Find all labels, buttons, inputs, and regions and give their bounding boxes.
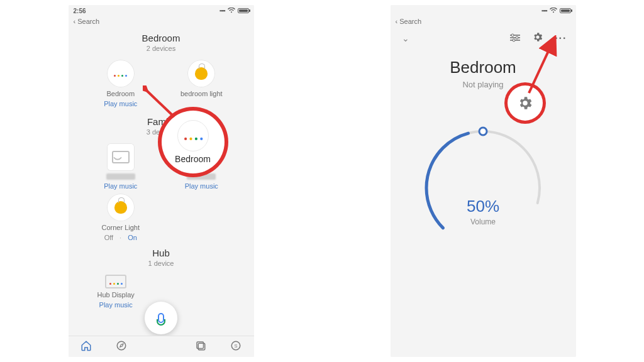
hub-display-icon [105, 275, 126, 288]
blurred-label [106, 173, 135, 180]
svg-point-0 [118, 341, 126, 350]
device-label: bedroom light [180, 90, 223, 97]
play-music-link[interactable]: Play music [99, 301, 133, 309]
volume-dial[interactable]: 50% Volume [417, 122, 549, 254]
status-bar: ▪▪▪▪ [391, 5, 576, 16]
nav-home-icon[interactable] [80, 340, 92, 354]
breadcrumb-back[interactable]: ‹ Search [69, 16, 254, 26]
device-label: Hub Display [97, 291, 135, 299]
cast-icon [107, 143, 135, 171]
toggle-sep: · [119, 234, 121, 241]
device-label: Corner Light [101, 224, 140, 231]
google-home-mini-icon [107, 60, 135, 87]
room-title: Hub [69, 248, 254, 258]
device-corner-light[interactable]: Corner Light Off · On [84, 194, 158, 241]
device-cast-1[interactable]: Play music [84, 143, 158, 190]
room-title: Bedroom [69, 33, 254, 43]
breadcrumb-back[interactable]: ‹ Search [391, 16, 576, 26]
svg-point-9 [417, 122, 549, 254]
svg-line-12 [529, 39, 554, 93]
svg-line-5 [145, 89, 174, 117]
battery-icon [560, 8, 571, 13]
volume-readout: 50% Volume [467, 197, 499, 226]
svg-point-11 [479, 128, 487, 135]
bulb-icon [187, 60, 215, 87]
nav-discover-icon[interactable] [116, 340, 127, 354]
blurred-label [187, 173, 216, 180]
room-subtitle: 3 devices [69, 128, 254, 136]
volume-percent: 50% [467, 197, 499, 216]
svg-point-10 [417, 122, 549, 254]
status-bar: 2:56 ▪▪▪▪ [69, 5, 254, 16]
nav-media-icon[interactable] [195, 340, 206, 354]
play-music-link[interactable]: Play music [185, 182, 218, 190]
svg-text:S: S [235, 343, 238, 349]
svg-point-7 [516, 36, 518, 39]
toggle-off[interactable]: Off [104, 234, 113, 241]
status-time: 2:56 [74, 8, 86, 14]
cellular-icon: ▪▪▪▪ [219, 8, 225, 14]
device-label: Bedroom [106, 90, 135, 97]
room-header-bedroom: Bedroom 2 devices [69, 33, 254, 52]
play-music-link[interactable]: Play music [104, 182, 137, 190]
annotation-arrow [143, 85, 187, 121]
battery-icon [238, 8, 249, 13]
toggle-on[interactable]: On [128, 234, 137, 241]
google-home-mini-icon [177, 120, 209, 151]
bulb-icon [107, 194, 135, 221]
chevron-down-icon[interactable]: ⌄ [402, 33, 409, 43]
phone-home-screen: 2:56 ▪▪▪▪ ‹ Search Bedroom 2 devices Bed… [69, 5, 254, 357]
light-toggle[interactable]: Off · On [104, 234, 137, 241]
annotation-arrow [520, 35, 564, 98]
wifi-icon [550, 7, 557, 14]
equalizer-icon[interactable] [509, 33, 521, 44]
room-header-hub: Hub 1 device [69, 248, 254, 267]
device-hub-display[interactable]: Hub Display Play music [97, 275, 135, 309]
svg-point-6 [511, 34, 514, 36]
play-music-link[interactable]: Play music [104, 100, 137, 107]
volume-label: Volume [467, 217, 499, 226]
phone-device-screen: ▪▪▪▪ ‹ Search ⌄ ··· Bedroom Not playing … [391, 5, 576, 357]
microphone-icon [158, 313, 164, 323]
callout-label: Bedroom [175, 154, 211, 164]
room-subtitle: 1 device [69, 260, 254, 267]
bottom-nav: S [69, 336, 254, 357]
voice-assistant-button[interactable] [145, 302, 177, 334]
nav-account-icon[interactable]: S [230, 340, 242, 354]
svg-point-8 [513, 39, 515, 41]
cellular-icon: ▪▪▪▪ [541, 8, 547, 14]
room-subtitle: 2 devices [69, 45, 254, 52]
wifi-icon [228, 7, 235, 14]
